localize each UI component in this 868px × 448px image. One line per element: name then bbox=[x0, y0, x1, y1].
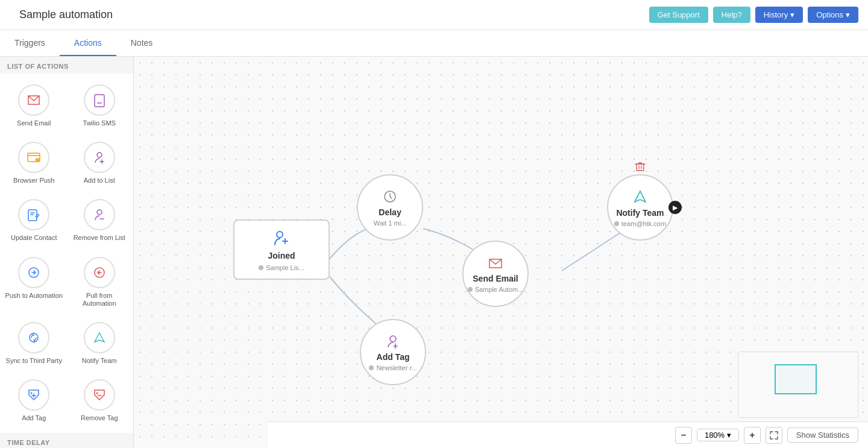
twilio-sms-icon bbox=[92, 92, 107, 108]
svg-point-13 bbox=[277, 232, 283, 238]
remove-tag-icon bbox=[92, 387, 107, 403]
zoom-level-display[interactable]: 180% ▾ bbox=[697, 429, 739, 441]
send-email-circle[interactable]: Send Email Sample Autom... bbox=[462, 241, 529, 307]
node-delay[interactable]: Delay Wait 1 mi... bbox=[357, 174, 423, 241]
fit-to-screen-button[interactable] bbox=[766, 427, 782, 444]
notify-team-title: Notify Team bbox=[616, 208, 664, 218]
action-remove-tag[interactable]: Remove Tag bbox=[68, 373, 131, 428]
send-email-icon bbox=[26, 92, 42, 108]
twilio-sms-label: Twilio SMS bbox=[83, 119, 116, 127]
time-delay-title: TIME DELAY bbox=[0, 433, 133, 448]
trash-icon bbox=[635, 161, 646, 172]
notify-team-circle[interactable]: Notify Team team@htk.com bbox=[607, 174, 673, 241]
action-update-contact[interactable]: Update Contact bbox=[2, 193, 66, 248]
action-sync-third-party[interactable]: Sync to Third Party bbox=[2, 316, 66, 371]
action-browser-push[interactable]: Browser Push bbox=[2, 136, 66, 191]
show-statistics-button[interactable]: Show Statistics bbox=[787, 427, 858, 443]
zoom-out-button[interactable]: − bbox=[675, 427, 692, 444]
remove-tag-icon-circle bbox=[84, 379, 115, 411]
pull-from-automation-icon bbox=[92, 265, 107, 280]
delay-circle[interactable]: Delay Wait 1 mi... bbox=[357, 174, 423, 241]
pull-from-automation-icon-circle bbox=[84, 257, 115, 288]
svg-rect-1 bbox=[97, 103, 102, 104]
tabs-bar: Triggers Actions Notes bbox=[0, 30, 868, 57]
action-remove-from-list[interactable]: Remove from List bbox=[68, 193, 131, 248]
node-send-email[interactable]: Send Email Sample Autom... bbox=[462, 241, 529, 307]
action-add-tag[interactable]: Add Tag bbox=[2, 373, 66, 428]
header-buttons: Get Support Help? History ▾ Options ▾ bbox=[649, 7, 858, 23]
chevron-down-icon: ▾ bbox=[727, 431, 731, 440]
add-tag-circle[interactable]: Add Tag Newsletter r... bbox=[360, 319, 426, 385]
sync-icon bbox=[26, 330, 42, 345]
svg-rect-0 bbox=[95, 95, 104, 107]
action-twilio-sms[interactable]: Twilio SMS bbox=[68, 78, 131, 133]
add-to-list-icon-circle bbox=[84, 142, 115, 173]
bottom-toolbar: − 180% ▾ + Show Statistics bbox=[268, 421, 868, 448]
svg-point-9 bbox=[30, 333, 38, 342]
send-email-label: Send Email bbox=[17, 119, 51, 127]
notify-team-next-button[interactable]: ▶ bbox=[668, 201, 682, 214]
svg-rect-16 bbox=[637, 164, 644, 171]
delay-subtitle: Wait 1 mi... bbox=[374, 219, 407, 227]
joined-subtitle: Sample Lis... bbox=[259, 264, 304, 271]
update-contact-label: Update Contact bbox=[11, 234, 57, 242]
node-add-tag[interactable]: Add Tag Newsletter r... bbox=[360, 319, 426, 385]
add-tag-title: Add Tag bbox=[377, 352, 410, 362]
update-contact-icon bbox=[26, 207, 42, 222]
notify-team-label: Notify Team bbox=[82, 357, 117, 365]
header: Sample automation Get Support Help? Hist… bbox=[0, 0, 868, 30]
sync-third-party-label: Sync to Third Party bbox=[6, 357, 62, 365]
svg-point-15 bbox=[390, 336, 396, 342]
joined-rect[interactable]: Joined Sample Lis... bbox=[233, 219, 330, 280]
notify-team-icon-circle bbox=[84, 322, 115, 353]
add-tag-icon-circle bbox=[18, 379, 49, 411]
notify-team-subtitle: team@htk.com bbox=[614, 220, 666, 227]
tab-triggers[interactable]: Triggers bbox=[0, 30, 60, 56]
push-to-automation-icon bbox=[26, 265, 42, 280]
zoom-in-button[interactable]: + bbox=[744, 427, 761, 444]
joined-icon bbox=[272, 228, 291, 247]
delay-title: Delay bbox=[379, 207, 401, 217]
svg-point-4 bbox=[97, 153, 102, 157]
browser-push-icon bbox=[26, 150, 42, 165]
node-notify-team[interactable]: Notify Team team@htk.com ▶ bbox=[607, 174, 673, 241]
remove-tag-label: Remove Tag bbox=[81, 414, 118, 422]
remove-from-list-label: Remove from List bbox=[74, 234, 125, 242]
chevron-down-icon: ▾ bbox=[790, 10, 794, 19]
send-email-subtitle: Sample Autom... bbox=[468, 286, 524, 293]
pull-from-automation-label: Pull from Automation bbox=[71, 292, 129, 308]
history-button[interactable]: History ▾ bbox=[755, 7, 803, 23]
fit-screen-icon bbox=[770, 431, 778, 440]
joined-dot bbox=[259, 265, 263, 270]
browser-push-icon-circle bbox=[18, 142, 49, 173]
action-push-to-automation[interactable]: Push to Automation bbox=[2, 251, 66, 314]
minimap-viewport bbox=[775, 364, 817, 394]
add-tag-icon bbox=[26, 387, 42, 403]
tab-actions[interactable]: Actions bbox=[60, 30, 116, 56]
send-email-title: Send Email bbox=[473, 274, 518, 283]
delete-notify-team-button[interactable] bbox=[635, 161, 646, 174]
action-send-email[interactable]: Send Email bbox=[2, 78, 66, 133]
action-pull-from-automation[interactable]: Pull from Automation bbox=[68, 251, 131, 314]
action-notify-team[interactable]: Notify Team bbox=[68, 316, 131, 371]
svg-rect-5 bbox=[28, 210, 37, 221]
add-tag-subtitle: Newsletter r... bbox=[369, 364, 417, 371]
tab-notes[interactable]: Notes bbox=[116, 30, 168, 56]
notify-team-canvas-icon bbox=[631, 188, 649, 206]
canvas-minimap bbox=[738, 352, 858, 418]
add-to-list-icon bbox=[92, 150, 107, 165]
automation-canvas[interactable]: Joined Sample Lis... Delay Wait 1 mi... bbox=[134, 57, 868, 448]
push-to-automation-label: Push to Automation bbox=[5, 292, 63, 300]
add-tag-label: Add Tag bbox=[22, 414, 46, 422]
add-to-list-label: Add to List bbox=[84, 177, 115, 185]
help-button[interactable]: Help? bbox=[713, 7, 750, 23]
page-title: Sample automation bbox=[19, 8, 649, 21]
list-of-actions-title: LIST OF ACTIONS bbox=[0, 57, 133, 74]
main-layout: LIST OF ACTIONS Send Email bbox=[0, 57, 868, 448]
update-contact-icon-circle bbox=[18, 199, 49, 230]
node-joined[interactable]: Joined Sample Lis... bbox=[233, 219, 330, 280]
get-support-button[interactable]: Get Support bbox=[649, 7, 708, 23]
push-to-automation-icon-circle bbox=[18, 257, 49, 288]
options-button[interactable]: Options ▾ bbox=[808, 7, 858, 23]
action-add-to-list[interactable]: Add to List bbox=[68, 136, 131, 191]
